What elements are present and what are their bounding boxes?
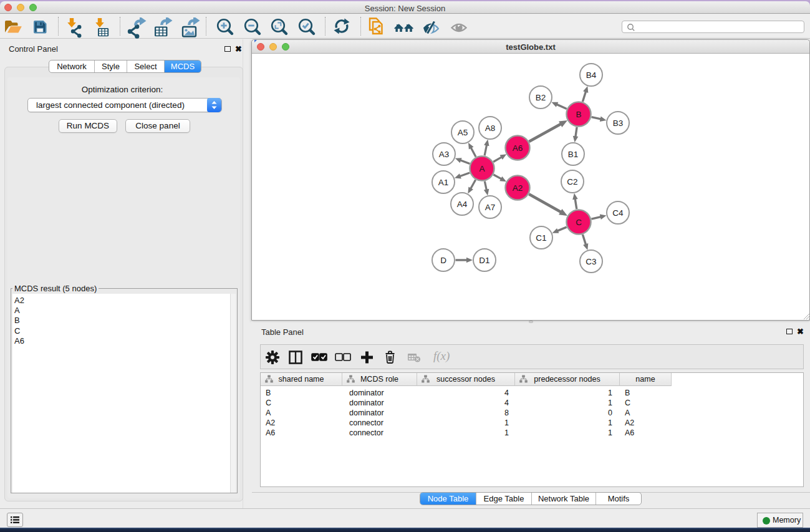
svg-text:C1: C1 xyxy=(536,233,546,243)
svg-text:A7: A7 xyxy=(485,203,496,212)
svg-text:B: B xyxy=(576,110,581,119)
svg-text:A2: A2 xyxy=(513,183,523,193)
svg-text:C: C xyxy=(576,218,582,227)
svg-text:C2: C2 xyxy=(567,177,577,186)
svg-text:D: D xyxy=(440,256,446,265)
svg-text:B1: B1 xyxy=(568,150,579,159)
svg-text:C3: C3 xyxy=(586,257,596,266)
svg-text:A: A xyxy=(479,164,485,173)
svg-text:D1: D1 xyxy=(479,256,489,265)
svg-text:C4: C4 xyxy=(612,208,624,218)
svg-text:A5: A5 xyxy=(458,128,468,137)
svg-text:B3: B3 xyxy=(613,118,624,128)
svg-text:A6: A6 xyxy=(513,143,523,153)
svg-text:A8: A8 xyxy=(485,123,496,133)
svg-text:B4: B4 xyxy=(586,70,597,80)
svg-text:A1: A1 xyxy=(438,178,449,187)
svg-text:A4: A4 xyxy=(457,200,468,209)
svg-text:B2: B2 xyxy=(536,93,546,102)
svg-text:A3: A3 xyxy=(439,150,450,159)
